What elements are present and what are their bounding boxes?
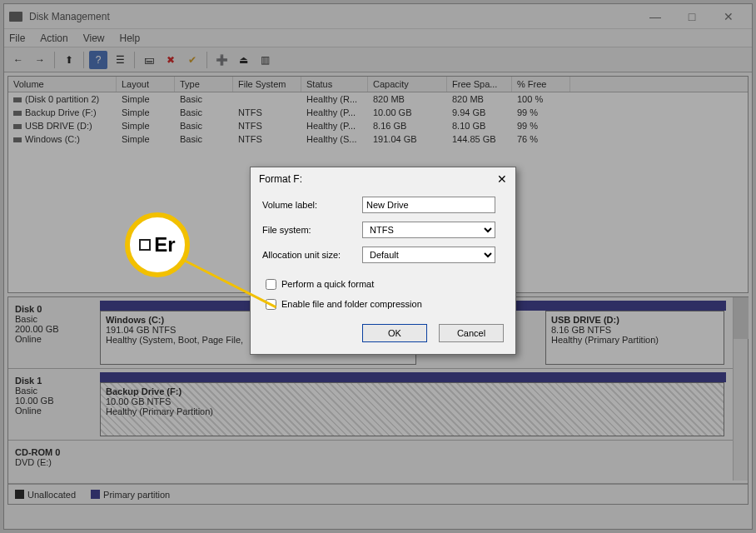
menu-file[interactable]: File [9,32,25,44]
volume-icon [13,97,22,102]
enable-compression-label: Enable file and folder compression [281,299,422,309]
app-icon [9,12,22,22]
legend-primary: Primary partition [91,490,170,500]
col-pctfree[interactable]: % Free [512,77,570,92]
menu-bar: File Action View Help [4,29,752,47]
check-icon[interactable]: ✔ [183,51,201,69]
col-filesystem[interactable]: File System [233,77,301,92]
minimize-button[interactable]: — [637,5,674,28]
table-row[interactable]: Backup Drive (F:) Simple Basic NTFS Heal… [8,106,748,119]
volume-label-input[interactable] [362,197,495,213]
dialog-title: Format F: [259,173,302,185]
disk-label-block[interactable]: Disk 0 Basic 200.00 GB Online [12,301,95,365]
quick-format-checkbox[interactable] [266,279,276,290]
close-button[interactable]: ✕ [710,5,747,28]
col-layout[interactable]: Layout [117,77,175,92]
table-row[interactable]: USB DRIVE (D:) Simple Basic NTFS Healthy… [8,119,748,132]
col-capacity[interactable]: Capacity [368,77,447,92]
toolbar-sep [206,52,207,68]
connect-icon[interactable]: 🖴 [140,51,158,69]
toolbar: ← → ⬆ ? ☰ 🖴 ✖ ✔ ➕ ⏏ ▥ [4,47,752,72]
up-icon[interactable]: ⬆ [60,51,78,69]
table-row[interactable]: (Disk 0 partition 2) Simple Basic Health… [8,92,748,106]
help-icon[interactable]: ? [89,51,107,69]
filesystem-select[interactable]: NTFS [362,222,495,238]
dialog-title-bar: Format F: ✕ [251,167,515,191]
filesystem-label: File system: [262,225,362,235]
legend: Unallocated Primary partition [8,484,748,504]
callout-text: Er [154,233,175,257]
partition-usb-d[interactable]: USB DRIVE (D:) 8.16 GB NTFS Healthy (Pri… [545,311,724,365]
ok-button[interactable]: OK [362,324,427,342]
scrollbar-thumb[interactable] [734,297,749,339]
disk-row: CD-ROM 0 DVD (E:) [8,441,748,484]
allocation-unit-select[interactable]: Default [362,247,495,263]
vertical-scrollbar[interactable] [733,297,748,481]
callout-checkbox-icon [139,239,151,251]
disk-label-block[interactable]: CD-ROM 0 DVD (E:) [12,444,95,480]
col-status[interactable]: Status [301,77,368,92]
menu-help[interactable]: Help [120,32,141,44]
volume-icon [13,111,22,116]
volume-icon [13,137,22,142]
volume-icon [13,124,22,129]
col-volume[interactable]: Volume [8,77,117,92]
eject-icon[interactable]: ⏏ [234,51,252,69]
toolbar-sep [54,52,55,68]
cancel-button[interactable]: Cancel [439,324,504,342]
dialog-close-button[interactable]: ✕ [497,172,507,186]
title-bar: Disk Management — □ ✕ [4,4,752,29]
table-row[interactable]: Windows (C:) Simple Basic NTFS Healthy (… [8,132,748,146]
menu-action[interactable]: Action [40,32,67,44]
quick-format-label: Perform a quick format [281,279,374,289]
legend-unallocated: Unallocated [15,490,76,500]
properties-icon[interactable]: ☰ [111,51,129,69]
allocation-unit-label: Allocation unit size: [262,250,362,260]
col-type[interactable]: Type [175,77,233,92]
window-title: Disk Management [29,11,110,22]
delete-icon[interactable]: ✖ [162,51,180,69]
back-icon[interactable]: ← [9,51,27,69]
menu-view[interactable]: View [83,32,105,44]
volume-label-label: Volume label: [262,200,362,210]
forward-icon[interactable]: → [31,51,49,69]
maximize-button[interactable]: □ [674,5,710,28]
col-freespace[interactable]: Free Spa... [447,77,512,92]
partition-header-bar [100,372,726,382]
callout-highlight: Er [125,212,190,277]
disk-row: Disk 1 Basic 10.00 GB Online Backup Driv… [8,369,748,441]
disk-label-block[interactable]: Disk 1 Basic 10.00 GB Online [12,372,95,436]
toolbar-sep [83,52,84,68]
new-icon[interactable]: ➕ [212,51,231,69]
volume-table-header: Volume Layout Type File System Status Ca… [8,77,748,92]
toolbar-sep [134,52,135,68]
partition-backup-f[interactable]: Backup Drive (F:) 10.00 GB NTFS Healthy … [100,382,724,436]
format-dialog: Format F: ✕ Volume label: File system: N… [250,167,516,355]
more-icon[interactable]: ▥ [256,51,274,69]
